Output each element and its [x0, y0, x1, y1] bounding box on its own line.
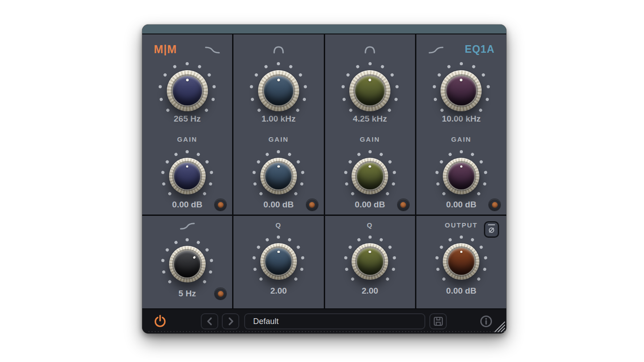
gain-value: 0.00 dB: [446, 200, 477, 210]
freq-value: 10.00 kHz: [416, 114, 506, 124]
gain-label: GAIN: [233, 135, 323, 143]
info-button[interactable]: [480, 315, 492, 328]
gain-label: GAIN: [416, 135, 506, 143]
freq-value: 4.25 kHz: [325, 114, 415, 124]
q-label: Q: [233, 221, 323, 229]
gain-value: 0.00 dB: [172, 200, 203, 210]
knob-indicator: [277, 79, 280, 81]
shelf-cut-icon: [204, 45, 220, 55]
brand-logo: M|M: [154, 43, 177, 55]
chevron-right-icon: [227, 316, 235, 326]
gain-label: GAIN: [142, 135, 232, 143]
band-high: EQ1A 10.00 kHz GAIN 0.00 dB: [416, 34, 506, 308]
gain-label: GAIN: [325, 135, 415, 143]
knob-indicator: [460, 251, 462, 253]
model-name: EQ1A: [465, 43, 495, 55]
freq-knob[interactable]: [167, 70, 208, 111]
gain-knob[interactable]: [169, 158, 206, 194]
knob-indicator: [369, 79, 371, 81]
gain-knob[interactable]: [260, 158, 297, 194]
band-active-led[interactable]: [398, 199, 409, 210]
hpf-freq-knob[interactable]: [169, 246, 206, 282]
highpass-icon: [179, 221, 195, 231]
resize-grip[interactable]: [494, 321, 505, 333]
hpf-freq-value: 5 Hz: [178, 289, 196, 299]
knob-indicator: [193, 256, 196, 260]
chevron-left-icon: [206, 316, 214, 326]
knob-indicator: [369, 165, 371, 168]
freq-value: 265 Hz: [142, 114, 232, 124]
knob-indicator: [277, 165, 280, 168]
knob-indicator: [460, 165, 462, 168]
q-knob[interactable]: [352, 243, 388, 280]
eq1a-plugin-window: M|M 265 Hz GAIN: [142, 25, 506, 333]
window-top-strip: [142, 25, 506, 34]
q-label: Q: [325, 221, 415, 229]
phase-overline: [488, 224, 495, 225]
preset-name-field[interactable]: Default: [244, 313, 425, 329]
save-preset-button[interactable]: [429, 313, 447, 329]
bell-icon: [272, 45, 285, 55]
freq-knob[interactable]: [441, 70, 482, 111]
freq-knob[interactable]: [349, 70, 390, 111]
gain-value: 0.00 dB: [263, 200, 294, 210]
preset-prev-button[interactable]: [201, 313, 218, 329]
knob-indicator: [369, 251, 371, 253]
knob-indicator: [186, 165, 188, 168]
freq-knob[interactable]: [258, 70, 299, 111]
q-value: 2.00: [362, 286, 378, 296]
eq-bands-panel: M|M 265 Hz GAIN: [142, 34, 506, 308]
gain-knob[interactable]: [443, 158, 479, 194]
resize-grip-icon: [494, 321, 505, 333]
save-icon: [433, 316, 444, 327]
band-low: M|M 265 Hz GAIN: [142, 34, 232, 308]
knob-indicator: [186, 79, 189, 81]
power-button[interactable]: [153, 314, 168, 329]
output-value: 0.00 dB: [446, 286, 477, 296]
band-high-mid: 4.25 kHz GAIN 0.00 dB Q: [325, 34, 415, 308]
power-icon: [153, 314, 168, 329]
q-value: 2.00: [270, 286, 287, 296]
q-knob[interactable]: [260, 243, 297, 280]
gain-value: 0.00 dB: [355, 200, 385, 210]
hpf-active-led[interactable]: [215, 288, 226, 299]
band-active-led[interactable]: [215, 199, 226, 210]
info-icon: [480, 315, 492, 328]
footer-bar: Default: [142, 308, 506, 333]
band-active-led[interactable]: [306, 199, 318, 210]
phase-invert-button[interactable]: [484, 221, 499, 238]
gain-knob[interactable]: [352, 158, 388, 194]
bell-icon: [364, 45, 376, 55]
band-low-mid: 1.00 kHz GAIN 0.00 dB Q: [233, 34, 323, 308]
knob-indicator: [277, 251, 280, 253]
preset-next-button[interactable]: [222, 313, 239, 329]
shelf-boost-icon: [428, 45, 444, 55]
knob-indicator: [460, 79, 462, 81]
freq-value: 1.00 kHz: [233, 114, 323, 124]
output-gain-knob[interactable]: [443, 243, 479, 280]
band-active-led[interactable]: [489, 199, 500, 210]
screenshot-stage: M|M 265 Hz GAIN: [0, 0, 644, 362]
phase-invert-icon: [487, 226, 496, 234]
